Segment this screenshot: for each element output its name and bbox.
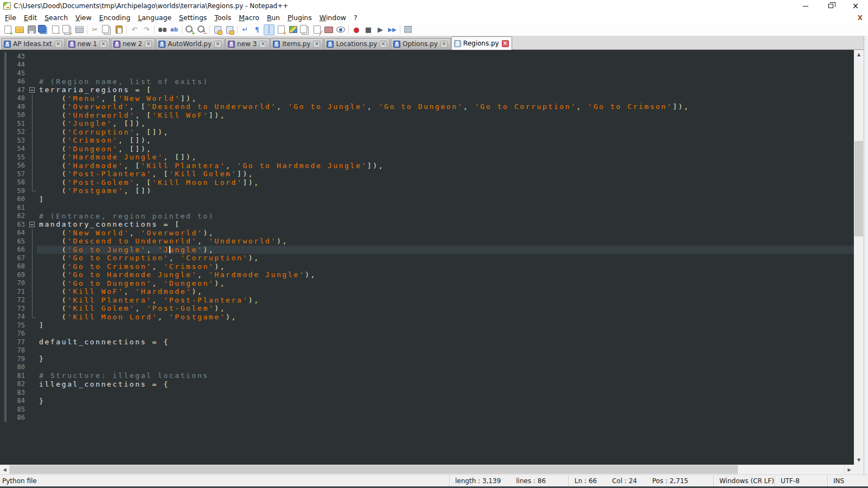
close-button[interactable]: × [843,0,868,12]
sync-horizontal-scrolling-icon[interactable] [224,24,235,35]
scroll-right-arrow-icon[interactable]: ▶ [844,465,854,474]
code-line-86[interactable]: 86 [0,414,854,422]
code-text[interactable]: ('Menu', ['New World']), [37,94,854,103]
tab-close-icon[interactable]: × [145,41,152,48]
code-line-53[interactable]: 53 ('Crimson', []), [0,136,854,145]
code-line-85[interactable]: 85 [0,405,854,414]
code-text[interactable]: # (Region name, list of exits) [37,78,854,86]
menu-window[interactable]: Window [316,12,350,23]
tab-new-2[interactable]: new 2× [111,38,155,49]
code-text[interactable]: ('Go to Jungle', 'Jungle'), [37,246,854,254]
show-all-characters-icon[interactable]: ¶ [252,24,263,35]
code-line-56[interactable]: 56 ('Hardmode', ['Kill Plantera', 'Go to… [0,162,854,170]
zoom-in-icon[interactable]: + [184,24,195,35]
code-line-60[interactable]: 60] [0,195,854,204]
code-line-44[interactable]: 44 [0,61,854,69]
vertical-scrollbar-thumb[interactable] [854,141,863,236]
code-line-62[interactable]: 62# (Entrance, region pointed to) [0,212,854,221]
horizontal-scrollbar-thumb[interactable] [10,465,738,474]
code-text[interactable]: ('Corruption', []), [37,128,854,137]
code-text[interactable]: ('Crimson', []), [37,136,854,145]
tab-close-icon[interactable]: × [313,41,320,48]
function-list-icon[interactable]: ϟ [276,24,286,35]
new-file-icon[interactable]: + [2,24,13,35]
redo-icon[interactable]: ↷ [141,24,152,35]
code-text[interactable]: ('Go to Hardmode Jungle', 'Hardmode Jung… [37,271,854,279]
code-text[interactable]: ('Post-Golem', ['Kill Moon Lord']), [37,178,854,187]
code-line-75[interactable]: 75] [0,321,854,330]
code-text[interactable]: } [37,355,854,363]
stop-macro-icon[interactable]: ■ [363,24,374,35]
code-line-84[interactable]: 84} [0,397,854,406]
close-all-icon[interactable]: − [62,24,73,35]
menu-edit[interactable]: Edit [20,12,41,23]
print-icon[interactable] [74,24,85,35]
menu-run[interactable]: Run [263,12,284,23]
code-line-76[interactable]: 76 [0,330,854,338]
code-text[interactable] [37,405,854,414]
code-text[interactable]: ('Post-Plantera', ['Kill Golem']), [37,170,854,178]
fold-margin[interactable]: − [28,86,37,94]
code-line-74[interactable]: 74 ('Kill Moon Lord', 'Postgame'), [0,313,854,322]
code-text[interactable]: illegal_connections = { [37,380,854,389]
code-text[interactable]: ('Dungeon', []), [37,145,854,153]
fold-collapse-icon[interactable]: − [29,222,35,227]
menu-file[interactable]: File [1,12,20,23]
code-text[interactable]: ('Hardmode Jungle', []), [37,153,854,162]
code-text[interactable]: ('Go to Crimson', 'Crimson'), [37,262,854,271]
code-text[interactable]: # (Entrance, region pointed to) [37,212,854,221]
code-line-68[interactable]: 68 ('Go to Crimson', 'Crimson'), [0,262,854,271]
code-line-69[interactable]: 69 ('Go to Hardmode Jungle', 'Hardmode J… [0,271,854,279]
code-line-70[interactable]: 70 ('Go to Dungeon', 'Dungeon'), [0,279,854,288]
code-text[interactable] [37,61,854,69]
code-text[interactable]: ('Descend to Underworld', 'Underworld'), [37,237,854,246]
tab-options-py[interactable]: Options.py× [391,38,451,49]
menu-search[interactable]: Search [41,12,72,23]
code-line-51[interactable]: 51 ('Jungle', []), [0,119,854,128]
code-line-63[interactable]: 63−mandatory_connections = [ [0,220,854,229]
menu-help[interactable]: ? [350,12,361,23]
tab-new-3[interactable]: new 3× [225,38,270,49]
code-text[interactable]: ('Kill Moon Lord', 'Postgame'), [37,313,854,322]
code-text[interactable]: ('Kill Plantera', 'Post-Plantera'), [37,296,854,305]
document-list-icon[interactable] [299,24,310,35]
code-line-83[interactable]: 83 [0,388,854,397]
code-text[interactable]: ('Overworld', ['Descend to Underworld', … [37,102,854,111]
sync-vertical-scrolling-icon[interactable] [212,24,223,35]
tab-close-icon[interactable]: × [380,41,387,48]
code-line-47[interactable]: 47−terraria_regions = [ [0,86,854,94]
edit-script-icon[interactable]: ╱ [311,24,322,35]
record-macro-icon[interactable]: ● [351,24,362,35]
code-text[interactable] [37,346,854,355]
word-wrap-icon[interactable]: ↵ [240,24,251,35]
open-file-icon[interactable] [14,24,25,35]
scroll-down-arrow-icon[interactable]: ▼ [854,455,864,465]
code-line-52[interactable]: 52 ('Corruption', []), [0,128,854,137]
code-text[interactable]: default_connections = { [37,338,854,346]
fold-margin[interactable]: − [28,220,37,229]
code-line-78[interactable]: 78 [0,346,854,355]
code-text[interactable]: ('Jungle', []), [37,119,854,128]
tab-close-icon[interactable]: × [502,40,509,47]
horizontal-scrollbar[interactable]: ◀ ▶ [0,465,854,474]
tab-close-icon[interactable]: × [214,41,221,48]
paste-icon[interactable] [113,24,124,35]
tab-locations-py[interactable]: Locations.py× [324,38,390,49]
tab-close-icon[interactable]: × [441,41,448,48]
menu-macro[interactable]: Macro [235,12,263,23]
code-text[interactable]: ] [37,321,854,330]
code-line-77[interactable]: 77default_connections = { [0,338,854,346]
save-all-icon[interactable] [38,24,49,35]
status-encoding[interactable]: UTF-8 [775,475,827,486]
vertical-scrollbar[interactable]: ▲ ▼ [854,50,864,465]
code-text[interactable]: # Structure: illegal locations [37,371,854,380]
show-indent-guide-icon[interactable]: ┆ [264,24,275,35]
code-line-73[interactable]: 73 ('Kill Golem', 'Post-Golem'), [0,304,854,313]
code-text[interactable]: ('Go to Corruption', 'Corruption'), [37,254,854,262]
fold-collapse-icon[interactable]: − [29,87,35,93]
scroll-up-arrow-icon[interactable]: ▲ [854,50,864,59]
code-line-54[interactable]: 54 ('Dungeon', []), [0,145,854,153]
code-line-57[interactable]: 57 ('Post-Plantera', ['Kill Golem']), [0,170,854,178]
find-icon[interactable] [157,24,168,35]
document-map-icon[interactable] [288,24,298,35]
